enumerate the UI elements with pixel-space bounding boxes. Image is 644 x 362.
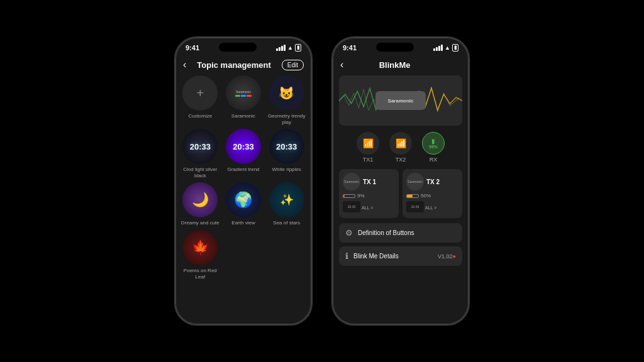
right-phone-header: ‹ BlinkMe (333, 55, 469, 75)
tx1-all-link[interactable]: ALL > (362, 206, 373, 210)
tx2-icon-circle: 📶 (389, 132, 412, 155)
wifi-tx2-icon: 📶 (396, 138, 406, 148)
battery-icon-right: ▮ (452, 44, 458, 52)
rx-percent: 98% (429, 145, 438, 149)
watch-item-saramonic[interactable]: Saramonic Saramonic (224, 75, 264, 125)
wifi-tx1-icon: 📶 (363, 138, 374, 148)
watch-item-sea[interactable]: ✨ Sea of stars (267, 182, 306, 226)
tx1-battery-bar (343, 194, 355, 198)
left-phone-content: + Customize Saramonic (175, 75, 311, 324)
watch-time-cloud: 20:33 (190, 142, 211, 151)
info-icon: ℹ (345, 251, 348, 261)
watch-item-dreamy[interactable]: 🌙 Dreamy and cute (180, 182, 220, 226)
tx2-all-link[interactable]: ALL > (425, 206, 436, 210)
right-phone-content: Saramonic 📶 TX1 📶 TX2 (333, 75, 469, 324)
watch-face-dreamy: 🌙 (182, 182, 218, 217)
add-icon: + (196, 86, 204, 101)
tx1-percent: 9% (357, 193, 365, 199)
version-dot: ● (453, 253, 456, 260)
watch-face-saramonic: Saramonic (226, 75, 261, 111)
watch-label-customize: Customize (188, 113, 212, 119)
dynamic-island-right (376, 43, 414, 52)
version-text: V1.02 (438, 253, 453, 260)
watch-label-gradient: Gradient trend (227, 167, 259, 173)
watch-item-ripples[interactable]: 20:33 White ripples (267, 129, 306, 178)
signal-icon-left (276, 45, 286, 51)
device-body: Saramonic (375, 91, 426, 110)
tx2-card[interactable]: Saramonic TX 2 50% 20:33 A (402, 169, 462, 218)
watch-face-cloud: 20:33 (182, 129, 218, 164)
tx1-label: TX1 (363, 156, 374, 163)
tx2-percent: 50% (421, 193, 431, 199)
left-phone-header: ‹ Topic management Edit (175, 55, 311, 75)
watch-face-grid: + Customize Saramonic (180, 75, 306, 280)
blinkme-menu-item[interactable]: ℹ Blink Me Details V1.02● (339, 246, 462, 266)
tx2-battery-row: 50% (406, 193, 458, 199)
tx-cards-row: Saramonic TX 1 9% 20:33 AL (339, 169, 462, 218)
watch-item-geometry[interactable]: 😺 Geometry trendy play (267, 75, 306, 125)
right-phone: 9:41 ▲ ▮ ‹ BlinkMe (331, 36, 470, 326)
status-time-left: 9:41 (186, 44, 199, 52)
page-title-left: Topic management (186, 60, 281, 70)
watch-label-saramonic: Saramonic (231, 113, 255, 119)
tx2-mini-row: 20:33 ALL > (406, 201, 458, 214)
rx-battery-circle: ▮ 98% (422, 132, 445, 155)
watch-label-geometry: Geometry trendy play (267, 113, 306, 125)
tx1-battery-fill (343, 195, 345, 197)
tx2-avatar: Saramonic (406, 173, 424, 190)
watch-item-customize[interactable]: + Customize (180, 75, 220, 125)
scene: 9:41 ▲ ▮ ‹ Topic management Edit + (0, 0, 644, 362)
tx2-battery-fill (407, 195, 413, 197)
battery-icon-left: ▮ (295, 44, 301, 52)
tx1-card[interactable]: Saramonic TX 1 9% 20:33 AL (339, 169, 399, 218)
watch-label-poems: Poems on Red Leaf (180, 268, 220, 280)
status-bar-left: 9:41 ▲ ▮ (175, 38, 311, 55)
watch-label-dreamy: Dreamy and cute (181, 220, 219, 226)
device-visual: Saramonic (339, 75, 462, 126)
wifi-icon-right: ▲ (445, 45, 450, 51)
signal-icon-right (433, 45, 443, 51)
tx1-battery-row: 9% (343, 193, 395, 199)
watch-face-sea: ✨ (269, 182, 304, 217)
page-title-right: BlinkMe (343, 60, 446, 70)
tx1-indicator: 📶 TX1 (357, 132, 379, 163)
watch-label-earth: Earth view (231, 220, 255, 226)
watch-face-poems: 🍁 (182, 230, 218, 265)
watch-label-cloud: Clod light silver black (180, 167, 220, 178)
watch-time-ripples: 20:33 (276, 142, 297, 151)
watch-item-poems[interactable]: 🍁 Poems on Red Leaf (180, 230, 220, 280)
tx1-card-header: Saramonic TX 1 (343, 173, 395, 190)
watch-label-sea: Sea of stars (273, 220, 300, 226)
tx2-label: TX2 (396, 156, 406, 163)
tx2-battery-bar (406, 194, 419, 198)
status-icons-right: ▲ ▮ (433, 44, 458, 52)
rx-indicator: ▮ 98% RX (422, 132, 445, 163)
watch-face-earth: 🌍 (226, 182, 261, 217)
watch-time-gradient: 20:33 (233, 142, 253, 151)
left-phone: 9:41 ▲ ▮ ‹ Topic management Edit + (174, 36, 313, 326)
tx1-title: TX 1 (363, 178, 376, 185)
watch-face-geometry: 😺 (269, 75, 304, 111)
watch-item-earth[interactable]: 🌍 Earth view (224, 182, 264, 226)
wifi-icon-left: ▲ (287, 45, 293, 51)
tx2-card-header: Saramonic TX 2 (406, 173, 458, 190)
tx1-mini-row: 20:33 ALL > (343, 201, 395, 214)
tx1-avatar: Saramonic (343, 173, 360, 190)
watch-face-customize: + (182, 75, 218, 111)
battery-rx-icon: ▮ (431, 138, 435, 145)
tx2-title: TX 2 (426, 178, 440, 185)
watch-item-cloud[interactable]: 20:33 Clod light silver black (180, 129, 220, 178)
watch-item-gradient[interactable]: 20:33 Gradient trend (224, 129, 264, 178)
status-icons-left: ▲ ▮ (276, 44, 301, 52)
device-name-label: Saramonic (388, 98, 414, 104)
rx-label: RX (430, 156, 438, 163)
tx1-icon-circle: 📶 (357, 132, 379, 155)
gear-icon: ⚙ (345, 228, 353, 238)
indicators-row: 📶 TX1 📶 TX2 ▮ 98% RX (339, 132, 462, 163)
edit-button[interactable]: Edit (282, 60, 304, 70)
tx2-indicator: 📶 TX2 (389, 132, 412, 163)
watch-face-ripples: 20:33 (269, 129, 304, 164)
definitions-menu-item[interactable]: ⚙ Definition of Buttons (339, 223, 462, 243)
version-badge: V1.02● (438, 253, 456, 260)
status-bar-right: 9:41 ▲ ▮ (333, 38, 469, 55)
